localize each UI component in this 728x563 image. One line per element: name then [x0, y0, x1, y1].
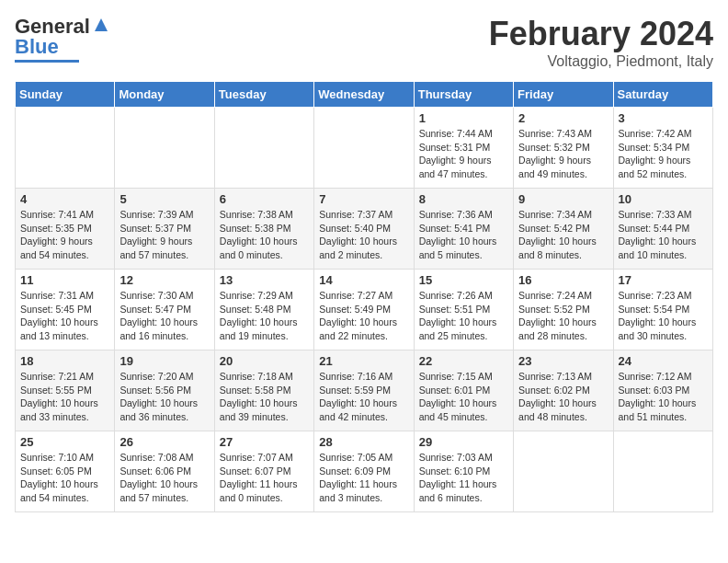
day-number: 2 [518, 111, 608, 125]
logo: General Blue [15, 15, 109, 63]
day-number: 1 [419, 111, 508, 125]
calendar-cell: 3Sunrise: 7:42 AM Sunset: 5:34 PM Daylig… [613, 108, 712, 189]
page-header: General Blue February 2024 Voltaggio, Pi… [15, 15, 713, 70]
day-info: Sunrise: 7:38 AM Sunset: 5:38 PM Dayligh… [220, 208, 309, 262]
day-info: Sunrise: 7:31 AM Sunset: 5:45 PM Dayligh… [20, 289, 109, 343]
weekday-header-row: SundayMondayTuesdayWednesdayThursdayFrid… [16, 82, 713, 108]
calendar-cell: 16Sunrise: 7:24 AM Sunset: 5:52 PM Dayli… [514, 270, 613, 350]
day-number: 16 [518, 273, 608, 287]
day-number: 5 [119, 192, 209, 206]
day-number: 18 [20, 354, 109, 368]
day-number: 24 [619, 354, 708, 368]
day-number: 13 [220, 273, 309, 287]
calendar-cell: 6Sunrise: 7:38 AM Sunset: 5:38 PM Daylig… [214, 189, 313, 270]
calendar-table: SundayMondayTuesdayWednesdayThursdayFrid… [15, 81, 713, 512]
day-info: Sunrise: 7:44 AM Sunset: 5:31 PM Dayligh… [419, 127, 508, 181]
day-info: Sunrise: 7:18 AM Sunset: 5:58 PM Dayligh… [220, 370, 309, 424]
calendar-cell: 18Sunrise: 7:21 AM Sunset: 5:55 PM Dayli… [16, 350, 115, 431]
calendar-cell: 26Sunrise: 7:08 AM Sunset: 6:06 PM Dayli… [115, 431, 214, 512]
weekday-header-thursday: Thursday [414, 82, 513, 108]
calendar-cell: 19Sunrise: 7:20 AM Sunset: 5:56 PM Dayli… [115, 350, 214, 431]
calendar-cell: 21Sunrise: 7:16 AM Sunset: 5:59 PM Dayli… [314, 350, 414, 431]
calendar-cell: 22Sunrise: 7:15 AM Sunset: 6:01 PM Dayli… [414, 350, 513, 431]
day-info: Sunrise: 7:16 AM Sunset: 5:59 PM Dayligh… [319, 370, 408, 424]
day-info: Sunrise: 7:41 AM Sunset: 5:35 PM Dayligh… [20, 208, 109, 262]
calendar-cell [115, 108, 214, 189]
day-number: 4 [20, 192, 109, 206]
day-number: 9 [518, 192, 608, 206]
day-number: 11 [20, 273, 109, 287]
weekday-header-wednesday: Wednesday [314, 82, 414, 108]
day-number: 27 [220, 435, 309, 449]
calendar-cell: 8Sunrise: 7:36 AM Sunset: 5:41 PM Daylig… [414, 189, 513, 270]
day-info: Sunrise: 7:07 AM Sunset: 6:07 PM Dayligh… [220, 451, 309, 505]
day-number: 22 [419, 354, 508, 368]
weekday-header-friday: Friday [514, 82, 613, 108]
calendar-cell: 1Sunrise: 7:44 AM Sunset: 5:31 PM Daylig… [414, 108, 513, 189]
day-number: 15 [419, 273, 508, 287]
calendar-cell: 29Sunrise: 7:03 AM Sunset: 6:10 PM Dayli… [414, 431, 513, 512]
day-info: Sunrise: 7:24 AM Sunset: 5:52 PM Dayligh… [518, 289, 608, 343]
logo-arrow-icon [93, 17, 109, 33]
day-info: Sunrise: 7:43 AM Sunset: 5:32 PM Dayligh… [518, 127, 608, 181]
week-row-1: 1Sunrise: 7:44 AM Sunset: 5:31 PM Daylig… [16, 108, 713, 189]
day-info: Sunrise: 7:23 AM Sunset: 5:54 PM Dayligh… [619, 289, 708, 343]
day-info: Sunrise: 7:20 AM Sunset: 5:56 PM Dayligh… [119, 370, 209, 424]
calendar-cell: 13Sunrise: 7:29 AM Sunset: 5:48 PM Dayli… [214, 270, 313, 350]
calendar-body: 1Sunrise: 7:44 AM Sunset: 5:31 PM Daylig… [16, 108, 713, 512]
calendar-cell: 17Sunrise: 7:23 AM Sunset: 5:54 PM Dayli… [613, 270, 712, 350]
title-block: February 2024 Voltaggio, Piedmont, Italy [489, 15, 713, 70]
day-number: 12 [119, 273, 209, 287]
week-row-2: 4Sunrise: 7:41 AM Sunset: 5:35 PM Daylig… [16, 189, 713, 270]
calendar-cell [514, 431, 613, 512]
logo-underline [15, 60, 79, 63]
day-info: Sunrise: 7:36 AM Sunset: 5:41 PM Dayligh… [419, 208, 508, 262]
week-row-4: 18Sunrise: 7:21 AM Sunset: 5:55 PM Dayli… [16, 350, 713, 431]
day-number: 3 [619, 111, 708, 125]
day-number: 14 [319, 273, 408, 287]
day-number: 8 [419, 192, 508, 206]
day-info: Sunrise: 7:42 AM Sunset: 5:34 PM Dayligh… [619, 127, 708, 181]
day-number: 21 [319, 354, 408, 368]
day-number: 26 [119, 435, 209, 449]
weekday-header-saturday: Saturday [613, 82, 712, 108]
day-number: 10 [619, 192, 708, 206]
day-info: Sunrise: 7:21 AM Sunset: 5:55 PM Dayligh… [20, 370, 109, 424]
month-title: February 2024 [489, 15, 713, 53]
day-info: Sunrise: 7:10 AM Sunset: 6:05 PM Dayligh… [20, 451, 109, 505]
day-info: Sunrise: 7:08 AM Sunset: 6:06 PM Dayligh… [119, 451, 209, 505]
day-number: 28 [319, 435, 408, 449]
calendar-cell [16, 108, 115, 189]
day-info: Sunrise: 7:29 AM Sunset: 5:48 PM Dayligh… [220, 289, 309, 343]
logo-blue: Blue [15, 35, 59, 59]
calendar-cell: 10Sunrise: 7:33 AM Sunset: 5:44 PM Dayli… [613, 189, 712, 270]
weekday-header-tuesday: Tuesday [214, 82, 313, 108]
day-number: 6 [220, 192, 309, 206]
day-info: Sunrise: 7:34 AM Sunset: 5:42 PM Dayligh… [518, 208, 608, 262]
week-row-3: 11Sunrise: 7:31 AM Sunset: 5:45 PM Dayli… [16, 270, 713, 350]
day-info: Sunrise: 7:37 AM Sunset: 5:40 PM Dayligh… [319, 208, 408, 262]
calendar-cell: 12Sunrise: 7:30 AM Sunset: 5:47 PM Dayli… [115, 270, 214, 350]
day-info: Sunrise: 7:39 AM Sunset: 5:37 PM Dayligh… [119, 208, 209, 262]
calendar-cell [613, 431, 712, 512]
calendar-cell: 23Sunrise: 7:13 AM Sunset: 6:02 PM Dayli… [514, 350, 613, 431]
calendar-cell: 27Sunrise: 7:07 AM Sunset: 6:07 PM Dayli… [214, 431, 313, 512]
day-number: 29 [419, 435, 508, 449]
calendar-cell: 15Sunrise: 7:26 AM Sunset: 5:51 PM Dayli… [414, 270, 513, 350]
svg-marker-0 [95, 18, 108, 31]
day-info: Sunrise: 7:03 AM Sunset: 6:10 PM Dayligh… [419, 451, 508, 505]
calendar-cell [314, 108, 414, 189]
calendar-cell: 20Sunrise: 7:18 AM Sunset: 5:58 PM Dayli… [214, 350, 313, 431]
calendar-cell: 25Sunrise: 7:10 AM Sunset: 6:05 PM Dayli… [16, 431, 115, 512]
calendar-cell: 14Sunrise: 7:27 AM Sunset: 5:49 PM Dayli… [314, 270, 414, 350]
calendar-cell: 24Sunrise: 7:12 AM Sunset: 6:03 PM Dayli… [613, 350, 712, 431]
day-info: Sunrise: 7:30 AM Sunset: 5:47 PM Dayligh… [119, 289, 209, 343]
day-info: Sunrise: 7:27 AM Sunset: 5:49 PM Dayligh… [319, 289, 408, 343]
calendar-cell: 28Sunrise: 7:05 AM Sunset: 6:09 PM Dayli… [314, 431, 414, 512]
calendar-cell: 5Sunrise: 7:39 AM Sunset: 5:37 PM Daylig… [115, 189, 214, 270]
day-number: 25 [20, 435, 109, 449]
calendar-cell: 4Sunrise: 7:41 AM Sunset: 5:35 PM Daylig… [16, 189, 115, 270]
calendar-cell: 9Sunrise: 7:34 AM Sunset: 5:42 PM Daylig… [514, 189, 613, 270]
day-info: Sunrise: 7:15 AM Sunset: 6:01 PM Dayligh… [419, 370, 508, 424]
day-info: Sunrise: 7:05 AM Sunset: 6:09 PM Dayligh… [319, 451, 408, 505]
